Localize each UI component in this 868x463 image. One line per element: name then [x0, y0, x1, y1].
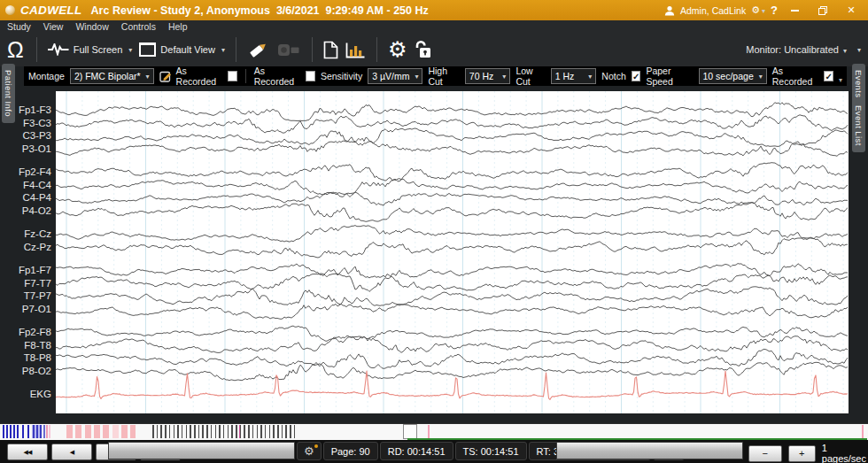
monitor-status[interactable]: Monitor: Uncalibrated ▾ — [746, 44, 847, 55]
channel-label-fp2-f8[interactable]: Fp2-F8 — [11, 327, 51, 337]
notch-label: Notch — [601, 71, 625, 81]
timeline-position-thumb[interactable] — [403, 424, 417, 439]
chevron-down-icon: ▾ — [128, 46, 132, 54]
timeline-tick — [198, 425, 200, 438]
channel-label-cz-pz[interactable]: Cz-Pz — [11, 242, 51, 252]
channel-label-t8-p8[interactable]: T8-P8 — [11, 352, 51, 363]
channel-label-t7-p7[interactable]: T7-P7 — [11, 290, 51, 301]
timeline-tick — [260, 425, 262, 438]
cadwell-orb-icon — [5, 5, 15, 15]
sensitivity-select[interactable]: 3 µV/mm▾ — [368, 68, 422, 84]
eeg-traces — [56, 91, 849, 413]
timeline-tick — [206, 425, 208, 438]
bar-chart-icon[interactable] — [345, 42, 366, 58]
edit-montage-icon[interactable] — [159, 70, 171, 83]
tab-events[interactable]: Events — [852, 64, 865, 104]
timeline-overview[interactable] — [0, 423, 868, 440]
page-scrollbar-track-left[interactable] — [108, 442, 295, 459]
montage-overflow-icon[interactable]: ▾ — [839, 76, 842, 86]
impedance-omega-icon[interactable]: Ω — [7, 39, 24, 61]
timeline-tick — [248, 425, 250, 438]
montage-label: Montage — [28, 71, 65, 81]
app-window: CADWELL Arc Review - Study 2, Anonymous … — [0, 0, 868, 463]
montage-select[interactable]: 2) FMC Bipolar*▾ — [70, 68, 154, 84]
channel-label-p4-o2[interactable]: P4-O2 — [11, 205, 51, 216]
timeline-tick — [215, 425, 217, 438]
channel-label-fp1-f7[interactable]: Fp1-F7 — [11, 265, 51, 275]
as-recorded-settings-label: As Recorded — [254, 66, 301, 87]
as-recorded-montage-checkbox[interactable] — [228, 71, 237, 81]
bottom-bar: ◀◀ ◀ ▶ ▶▶ ⚙ Page: 90 RD: 00:14:51 TS: 00… — [0, 440, 868, 463]
timeline-event-mark — [94, 425, 100, 438]
timeline-tick — [282, 425, 283, 438]
user-settings-gear-icon[interactable]: ⚙▾ — [751, 4, 765, 16]
channel-label-fp2-f4[interactable]: Fp2-F4 — [11, 166, 51, 177]
channel-label-p3-o1[interactable]: P3-O1 — [11, 143, 51, 154]
as-recorded-montage-label: As Recorded — [176, 66, 223, 87]
window-title: Arc Review - Study 2, Anonymous 3/6/2021… — [91, 4, 429, 17]
timeline-event-mark — [13, 425, 15, 438]
page-first-button[interactable]: ◀◀ — [7, 444, 48, 460]
help-icon[interactable]: ? — [771, 4, 778, 17]
timeline-tick — [269, 425, 271, 438]
timeline-tick — [157, 425, 159, 438]
menu-window[interactable]: Window — [75, 21, 108, 32]
channel-label-ekg[interactable]: EKG — [11, 389, 51, 399]
timeline-tick — [285, 425, 287, 438]
channel-label-c4-p4[interactable]: C4-P4 — [11, 192, 51, 203]
timeline-tick — [244, 425, 245, 438]
speed-decrease-button[interactable]: − — [748, 445, 782, 462]
channel-label-f3-c3[interactable]: F3-C3 — [11, 118, 51, 128]
paper-speed-select[interactable]: 10 sec/page▾ — [699, 68, 767, 84]
channel-label-fz-cz[interactable]: Fz-Cz — [11, 228, 51, 239]
as-recorded-settings-checkbox[interactable] — [306, 71, 315, 81]
timeline-tick — [190, 425, 191, 438]
settings-gear-icon[interactable]: ⚙ — [388, 39, 407, 60]
notch-checkbox[interactable] — [632, 71, 641, 81]
page-prev-button[interactable]: ◀ — [51, 444, 92, 460]
channel-label-fp1-f3[interactable]: Fp1-F3 — [11, 104, 51, 115]
page-scrollbar-track-right[interactable] — [556, 442, 743, 459]
toolbar-overflow-icon[interactable]: ▾ — [857, 46, 861, 54]
menu-study[interactable]: Study — [7, 21, 31, 32]
status-ts: TS: 00:14:51 — [455, 442, 527, 460]
new-document-icon[interactable] — [323, 41, 338, 59]
eeg-trace-panel[interactable] — [56, 91, 849, 413]
menu-controls[interactable]: Controls — [121, 21, 156, 32]
channel-label-p8-o2[interactable]: P8-O2 — [11, 366, 51, 376]
menu-view[interactable]: View — [43, 21, 64, 32]
default-view-button[interactable]: Default View ▾ — [139, 42, 225, 57]
tab-event-list[interactable]: Event List — [852, 99, 865, 152]
channel-label-f4-c4[interactable]: F4-C4 — [11, 180, 51, 190]
timeline-tick — [211, 425, 213, 438]
timeline-event-mark — [121, 425, 128, 438]
timeline-event-mark — [75, 425, 81, 438]
full-screen-button[interactable]: Full Screen ▾ — [48, 43, 133, 56]
full-screen-label: Full Screen — [74, 44, 123, 55]
speed-increase-button[interactable]: + — [788, 445, 816, 462]
timeline-event-mark — [27, 425, 29, 438]
toolbar-separator — [36, 37, 37, 62]
menu-help[interactable]: Help — [168, 21, 188, 32]
channel-label-f8-t8[interactable]: F8-T8 — [11, 340, 51, 351]
timeline-tick — [240, 425, 242, 438]
montage-bar: Montage 2) FMC Bipolar*▾ As Recorded As … — [24, 66, 847, 86]
high-cut-label: High Cut — [428, 66, 459, 87]
status-gear-icon[interactable]: ⚙ — [297, 442, 322, 460]
low-cut-select[interactable]: 1 Hz▾ — [551, 68, 597, 84]
timeline-event-mark — [22, 425, 24, 438]
minimize-button[interactable] — [783, 3, 806, 19]
highlighter-icon[interactable] — [247, 40, 270, 59]
restore-button[interactable] — [811, 3, 834, 19]
close-button[interactable]: ✕ — [840, 3, 863, 19]
unlock-icon[interactable] — [414, 40, 433, 59]
timeline-event-mark — [40, 425, 42, 438]
as-recorded-speed-checkbox[interactable] — [824, 71, 833, 81]
timeline-event-mark — [49, 425, 50, 438]
user-label[interactable]: Admin, CadLink — [680, 5, 746, 16]
channel-label-c3-p3[interactable]: C3-P3 — [11, 130, 51, 141]
channel-label-p7-o1[interactable]: P7-O1 — [11, 304, 51, 314]
timeline-event-mark — [10, 425, 12, 438]
high-cut-select[interactable]: 70 Hz▾ — [465, 68, 511, 84]
channel-label-f7-t7[interactable]: F7-T7 — [11, 278, 51, 289]
